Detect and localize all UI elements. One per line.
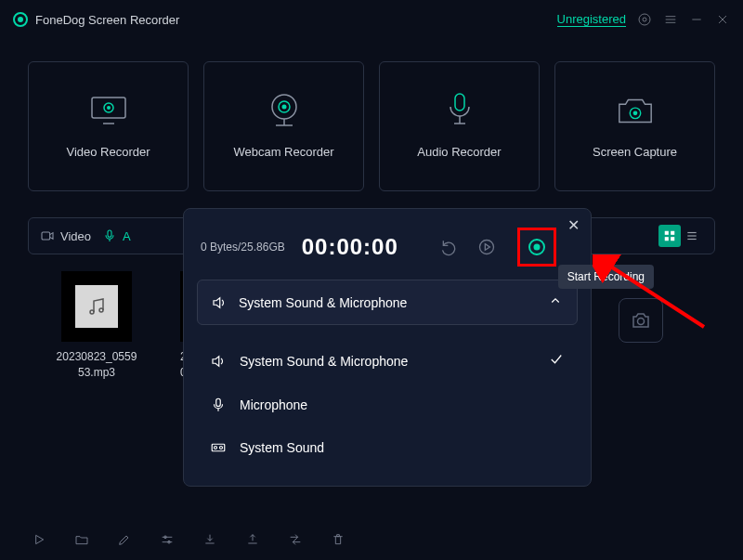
settings-gear-icon[interactable]: [637, 12, 652, 27]
tooltip: Start Recording: [558, 265, 654, 289]
monitor-icon: [89, 95, 128, 126]
svg-point-43: [638, 319, 645, 325]
option-system-sound[interactable]: System Sound: [197, 426, 578, 469]
speaker-icon: [211, 294, 228, 311]
microphone-icon: [440, 95, 479, 126]
tab-label: A: [123, 229, 131, 243]
play-circle-icon[interactable]: [476, 237, 497, 257]
view-toggle: [658, 225, 703, 247]
option-system-and-mic[interactable]: System Sound & Microphone: [197, 338, 578, 384]
check-icon: [548, 351, 565, 371]
bottom-toolbar: [0, 519, 743, 560]
convert-icon[interactable]: [288, 532, 303, 547]
record-icon: [528, 239, 545, 255]
webcam-icon: [265, 95, 304, 126]
edit-icon[interactable]: [117, 532, 132, 547]
minimize-icon[interactable]: [689, 12, 704, 27]
svg-point-14: [281, 104, 286, 109]
feature-cards: Video Recorder Webcam Recorder Audio Rec…: [0, 39, 743, 204]
svg-point-0: [643, 18, 646, 21]
selected-source-label: System Sound & Microphone: [239, 295, 407, 310]
system-sound-icon: [210, 439, 227, 456]
grid-view-button[interactable]: [658, 225, 681, 247]
sliders-icon[interactable]: [160, 532, 175, 547]
svg-rect-16: [455, 94, 464, 111]
svg-point-20: [632, 111, 637, 115]
card-label: Video Recorder: [66, 145, 150, 159]
svg-rect-21: [42, 232, 50, 240]
svg-rect-26: [665, 237, 669, 241]
play-icon[interactable]: [32, 532, 46, 547]
camera-icon: [616, 95, 655, 126]
record-button[interactable]: [517, 228, 556, 267]
card-label: Webcam Recorder: [233, 145, 333, 159]
svg-rect-38: [216, 398, 221, 406]
audio-source-dropdown: System Sound & Microphone Microphone Sys…: [197, 334, 578, 473]
app-logo-icon: [13, 12, 28, 27]
file-name: 20230823_0559 53.mp3: [41, 349, 152, 382]
timer-text: 00:00:00: [302, 234, 398, 260]
close-icon[interactable]: [715, 12, 730, 27]
menu-icon[interactable]: [663, 12, 678, 27]
option-label: System Sound & Microphone: [240, 354, 408, 369]
option-label: System Sound: [240, 440, 324, 455]
file-thumb[interactable]: 20230823_0559 53.mp3: [41, 271, 152, 382]
titlebar: FoneDog Screen Recorder Unregistered: [0, 0, 743, 39]
svg-point-37: [479, 241, 493, 254]
tab-audio[interactable]: A: [102, 228, 131, 243]
webcam-recorder-card[interactable]: Webcam Recorder: [203, 61, 364, 191]
undo-icon[interactable]: [439, 237, 460, 257]
svg-rect-27: [671, 237, 674, 241]
folder-icon[interactable]: [74, 532, 89, 547]
audio-source-select[interactable]: System Sound & Microphone: [197, 280, 578, 325]
svg-point-42: [220, 447, 223, 449]
svg-rect-22: [108, 230, 111, 237]
card-label: Audio Recorder: [417, 145, 501, 159]
trash-icon[interactable]: [331, 532, 345, 547]
svg-rect-25: [671, 231, 674, 235]
popup-status-row: 0 Bytes/25.86GB 00:00:00: [184, 209, 591, 280]
audio-file-icon: [61, 271, 132, 342]
svg-point-1: [639, 14, 650, 25]
tab-video[interactable]: Video: [40, 228, 91, 243]
svg-point-41: [215, 447, 217, 449]
title-left: FoneDog Screen Recorder: [13, 12, 179, 27]
tab-label: Video: [60, 229, 91, 243]
chevron-up-icon: [547, 293, 564, 312]
svg-point-32: [99, 308, 103, 312]
storage-text: 0 Bytes/25.86GB: [201, 241, 285, 254]
import-icon[interactable]: [202, 532, 217, 547]
screen-capture-card[interactable]: Screen Capture: [554, 61, 715, 191]
app-title: FoneDog Screen Recorder: [35, 13, 179, 27]
registration-status-link[interactable]: Unregistered: [557, 12, 626, 27]
list-view-button[interactable]: [681, 225, 703, 247]
svg-point-11: [107, 106, 111, 110]
speaker-icon: [210, 353, 227, 370]
card-label: Screen Capture: [593, 145, 677, 159]
export-icon[interactable]: [245, 532, 260, 547]
audio-recorder-card[interactable]: Audio Recorder: [379, 61, 540, 191]
snapshot-button[interactable]: [619, 298, 663, 343]
microphone-icon: [210, 397, 227, 413]
svg-rect-24: [665, 231, 669, 235]
popup-close-icon[interactable]: ✕: [567, 216, 580, 234]
recorder-popup: ✕ 0 Bytes/25.86GB 00:00:00 Start Recordi…: [183, 208, 592, 487]
title-right: Unregistered: [557, 12, 730, 27]
option-label: Microphone: [240, 397, 307, 412]
svg-point-31: [90, 310, 94, 314]
option-microphone[interactable]: Microphone: [197, 384, 578, 426]
video-recorder-card[interactable]: Video Recorder: [28, 61, 189, 191]
